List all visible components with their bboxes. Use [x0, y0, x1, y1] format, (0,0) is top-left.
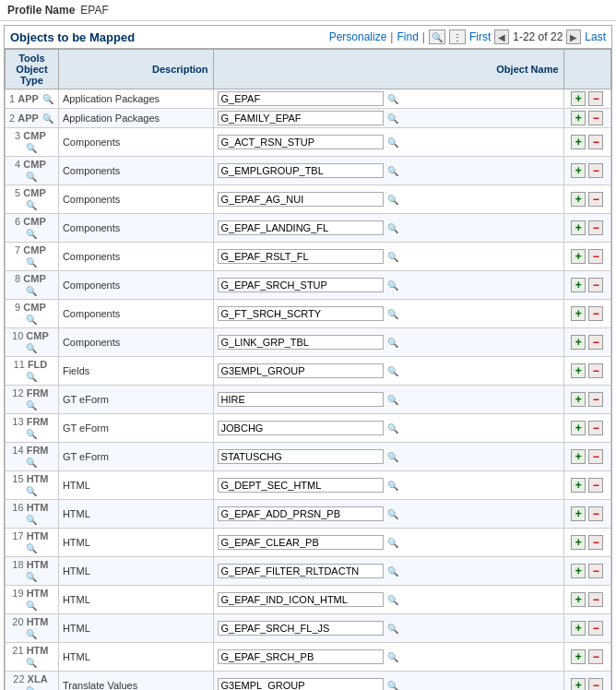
object-name-input[interactable]: [218, 678, 384, 690]
object-name-input[interactable]: [218, 111, 384, 125]
row-search-icon[interactable]: 🔍: [25, 427, 38, 440]
add-row-button[interactable]: +: [571, 478, 586, 493]
object-name-input[interactable]: [218, 506, 384, 521]
remove-row-button[interactable]: −: [588, 649, 603, 664]
add-row-button[interactable]: +: [571, 306, 586, 321]
obj-search-icon[interactable]: 🔍: [386, 651, 399, 664]
remove-row-button[interactable]: −: [588, 535, 603, 550]
add-row-button[interactable]: +: [571, 335, 586, 350]
object-name-input[interactable]: [218, 564, 384, 578]
object-name-input[interactable]: [218, 421, 384, 435]
add-row-button[interactable]: +: [571, 91, 586, 106]
object-name-input[interactable]: [218, 220, 384, 235]
obj-search-icon[interactable]: 🔍: [386, 280, 399, 292]
add-row-button[interactable]: +: [571, 592, 586, 607]
add-row-button[interactable]: +: [571, 535, 586, 550]
remove-row-button[interactable]: −: [588, 220, 603, 235]
object-name-input[interactable]: [218, 249, 384, 264]
obj-search-icon[interactable]: 🔍: [386, 394, 399, 407]
add-row-button[interactable]: +: [571, 649, 586, 664]
add-row-button[interactable]: +: [571, 135, 586, 149]
obj-search-icon[interactable]: 🔍: [386, 451, 399, 464]
obj-search-icon[interactable]: 🔍: [386, 537, 399, 550]
remove-row-button[interactable]: −: [588, 478, 603, 493]
row-search-icon[interactable]: 🔍: [25, 256, 38, 268]
add-row-button[interactable]: +: [571, 449, 586, 464]
find-link[interactable]: Find: [397, 30, 418, 43]
row-search-icon[interactable]: 🔍: [25, 484, 38, 497]
add-row-button[interactable]: +: [571, 220, 586, 235]
obj-search-icon[interactable]: 🔍: [386, 508, 399, 521]
remove-row-button[interactable]: −: [588, 678, 603, 690]
object-name-input[interactable]: [218, 91, 384, 106]
object-name-input[interactable]: [218, 621, 384, 636]
obj-search-icon[interactable]: 🔍: [386, 251, 399, 264]
row-search-icon[interactable]: 🔍: [25, 170, 38, 183]
row-search-icon[interactable]: 🔍: [25, 284, 38, 297]
remove-row-button[interactable]: −: [588, 91, 603, 106]
add-row-button[interactable]: +: [571, 278, 586, 292]
view-icon-1[interactable]: 🔍: [429, 30, 445, 44]
remove-row-button[interactable]: −: [588, 111, 603, 125]
remove-row-button[interactable]: −: [588, 192, 603, 207]
row-search-icon[interactable]: 🔍: [25, 627, 38, 640]
obj-search-icon[interactable]: 🔍: [386, 337, 399, 350]
row-search-icon[interactable]: 🔍: [25, 370, 38, 383]
object-name-input[interactable]: [218, 192, 384, 207]
object-name-input[interactable]: [218, 592, 384, 607]
row-search-icon[interactable]: 🔍: [41, 92, 54, 105]
add-row-button[interactable]: +: [571, 506, 586, 521]
remove-row-button[interactable]: −: [588, 135, 603, 149]
remove-row-button[interactable]: −: [588, 449, 603, 464]
obj-search-icon[interactable]: 🔍: [386, 365, 399, 378]
add-row-button[interactable]: +: [571, 111, 586, 125]
add-row-button[interactable]: +: [571, 249, 586, 264]
first-link[interactable]: First: [469, 30, 491, 43]
add-row-button[interactable]: +: [571, 192, 586, 207]
row-search-icon[interactable]: 🔍: [25, 227, 38, 240]
row-search-icon[interactable]: 🔍: [41, 112, 54, 125]
obj-search-icon[interactable]: 🔍: [386, 422, 399, 435]
obj-search-icon[interactable]: 🔍: [386, 594, 399, 607]
remove-row-button[interactable]: −: [588, 506, 603, 521]
prev-arrow[interactable]: ◀: [494, 30, 509, 44]
remove-row-button[interactable]: −: [588, 392, 603, 407]
row-search-icon[interactable]: 🔍: [25, 198, 38, 211]
obj-search-icon[interactable]: 🔍: [386, 680, 399, 691]
obj-search-icon[interactable]: 🔍: [386, 113, 399, 125]
object-name-input[interactable]: [218, 449, 384, 464]
add-row-button[interactable]: +: [571, 392, 586, 407]
personalize-link[interactable]: Personalize: [329, 30, 387, 43]
next-arrow[interactable]: ▶: [566, 30, 581, 44]
object-name-input[interactable]: [218, 392, 384, 407]
object-name-input[interactable]: [218, 335, 384, 350]
row-search-icon[interactable]: 🔍: [25, 141, 38, 154]
row-search-icon[interactable]: 🔍: [25, 656, 38, 669]
remove-row-button[interactable]: −: [588, 564, 603, 578]
add-row-button[interactable]: +: [571, 564, 586, 578]
remove-row-button[interactable]: −: [588, 306, 603, 321]
remove-row-button[interactable]: −: [588, 363, 603, 378]
obj-search-icon[interactable]: 🔍: [386, 480, 399, 493]
last-link[interactable]: Last: [585, 30, 606, 43]
object-name-input[interactable]: [218, 163, 384, 178]
row-search-icon[interactable]: 🔍: [25, 570, 38, 583]
remove-row-button[interactable]: −: [588, 421, 603, 435]
add-row-button[interactable]: +: [571, 163, 586, 178]
remove-row-button[interactable]: −: [588, 278, 603, 292]
obj-search-icon[interactable]: 🔍: [386, 93, 399, 106]
row-search-icon[interactable]: 🔍: [25, 684, 38, 690]
add-row-button[interactable]: +: [571, 678, 586, 690]
obj-search-icon[interactable]: 🔍: [386, 222, 399, 235]
remove-row-button[interactable]: −: [588, 592, 603, 607]
object-name-input[interactable]: [218, 135, 384, 149]
object-name-input[interactable]: [218, 306, 384, 321]
row-search-icon[interactable]: 🔍: [25, 341, 38, 354]
obj-search-icon[interactable]: 🔍: [386, 623, 399, 636]
remove-row-button[interactable]: −: [588, 249, 603, 264]
add-row-button[interactable]: +: [571, 363, 586, 378]
object-name-input[interactable]: [218, 535, 384, 550]
add-row-button[interactable]: +: [571, 621, 586, 636]
object-name-input[interactable]: [218, 363, 384, 378]
row-search-icon[interactable]: 🔍: [25, 599, 38, 612]
